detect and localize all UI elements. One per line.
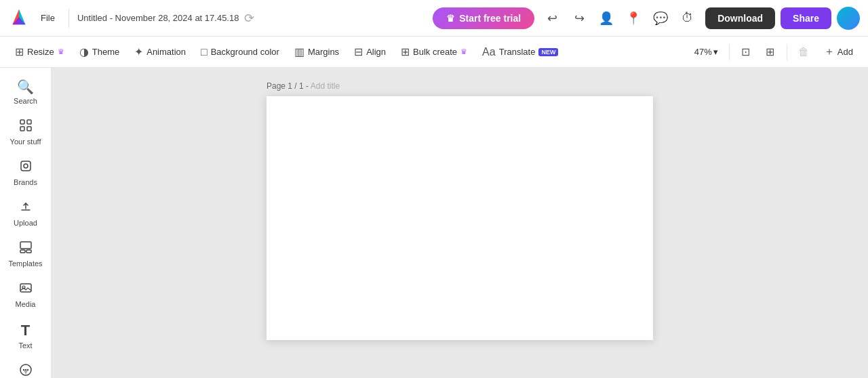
comments-button[interactable]: 💬 [648,6,673,30]
svg-rect-3 [27,120,31,124]
file-menu-button[interactable]: File [35,10,60,26]
translate-button[interactable]: Aa Translate NEW [475,43,565,62]
sidebar-item-your-stuff[interactable]: Your stuff [3,113,49,151]
sidebar-scroll-indicator: ▾ [24,367,28,377]
bg-color-icon: □ [201,46,208,58]
text-icon: T [21,322,30,339]
plus-icon: ＋ [824,45,835,59]
page-label: Page 1 / 1 - Add title [267,81,340,91]
sidebar-item-media[interactable]: Media [3,276,49,314]
bulk-create-icon: ⊞ [401,45,410,58]
user-avatar[interactable] [837,7,860,30]
svg-rect-2 [20,120,24,124]
svg-rect-6 [21,161,31,171]
page-title-separator: - [306,81,311,91]
canvas-area[interactable]: Page 1 / 1 - Add title [52,68,868,378]
add-user-button[interactable]: 👤 [594,6,618,30]
theme-icon: ◑ [79,45,89,58]
page-settings-button[interactable]: ⊡ [735,41,757,63]
toolbar-divider-2 [787,44,787,60]
sidebar-item-brands[interactable]: Brands [3,154,49,192]
align-button[interactable]: ⊟ Align [347,42,393,62]
nav-icons-right: ↩ ↪ 👤 📍 💬 ⏱ [540,6,700,30]
margins-button[interactable]: ▥ Margins [288,42,346,62]
redo-button[interactable]: ↪ [567,6,591,30]
chevron-down-icon: ▾ [713,47,718,57]
svg-rect-8 [20,242,31,249]
brands-icon [19,159,33,176]
animation-icon: ✦ [134,45,143,58]
background-color-button[interactable]: □ Background color [194,43,286,62]
sidebar-item-text[interactable]: T Text [3,316,49,355]
toolbar-divider-1 [729,44,730,60]
new-badge: NEW [538,48,558,56]
undo-button[interactable]: ↩ [540,6,564,30]
sidebar-item-templates[interactable]: Templates [3,235,49,273]
navbar: File Untitled - November 28, 2024 at 17.… [0,0,868,37]
translate-icon: Aa [482,46,496,58]
cloud-save-icon[interactable]: ⟳ [244,11,254,26]
bulk-create-button[interactable]: ⊞ Bulk create ♛ [394,42,474,62]
resize-button[interactable]: ⊞ Resize ♛ [8,42,71,62]
bulk-crown-icon: ♛ [460,47,467,56]
svg-rect-5 [27,127,31,131]
svg-rect-9 [20,250,25,253]
timer-button[interactable]: ⏱ [675,6,700,30]
document-title: Untitled - November 28, 2024 at 17.45.18 [77,13,239,23]
delete-button[interactable]: 🗑 [793,41,814,63]
nav-divider-1 [68,9,69,28]
sidebar-item-search[interactable]: 🔍 Search [3,73,49,110]
search-icon: 🔍 [17,79,34,95]
margins-icon: ▥ [294,45,304,58]
sidebar-item-upload[interactable]: Upload [3,194,49,232]
svg-rect-10 [26,250,31,253]
share-button[interactable]: Share [781,7,831,29]
svg-rect-4 [20,127,24,131]
crown-icon: ♛ [446,13,455,24]
grid-icon [19,119,33,135]
canva-logo[interactable] [8,6,30,30]
upload-icon [19,200,33,217]
download-button[interactable]: Download [705,7,775,29]
toolbar-right: 47% ▾ ⊡ ⊞ 🗑 ＋ Add [689,41,860,63]
grid-view-button[interactable]: ⊞ [760,41,781,63]
sidebar: 🔍 Search Your stuff Brands [0,68,52,378]
add-page-button[interactable]: ＋ Add [817,41,860,62]
resize-icon: ⊞ [15,45,24,58]
align-icon: ⊟ [354,45,363,58]
canvas-page[interactable] [267,96,653,340]
toolbar: ⊞ Resize ♛ ◑ Theme ✦ Animation □ Backgro… [0,37,868,68]
templates-icon [19,240,33,257]
resize-crown-icon: ♛ [58,47,64,56]
zoom-button[interactable]: 47% ▾ [689,44,724,60]
theme-button[interactable]: ◑ Theme [73,42,126,62]
svg-point-7 [24,164,28,168]
animation-button[interactable]: ✦ Animation [127,42,193,62]
start-trial-button[interactable]: ♛ Start free trial [433,7,534,29]
media-icon [19,281,33,298]
location-button[interactable]: 📍 [621,6,646,30]
main-layout: 🔍 Search Your stuff Brands [0,68,868,378]
svg-rect-11 [20,284,31,292]
